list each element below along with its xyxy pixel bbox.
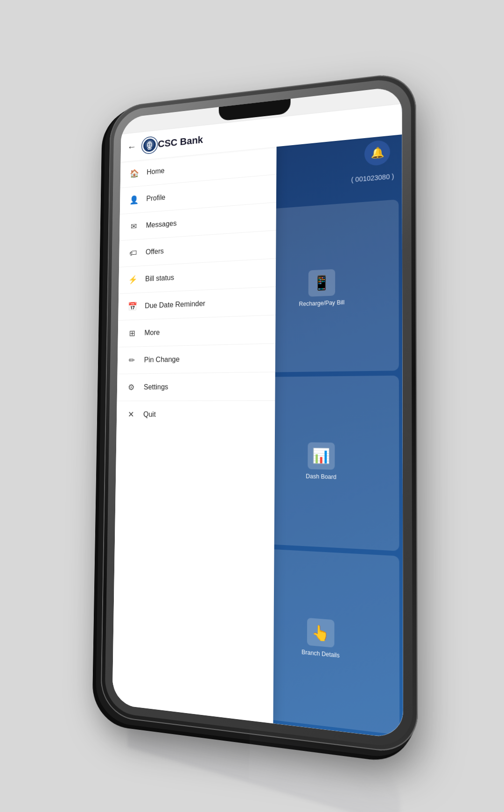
account-number: ( 001023080 ) <box>351 172 394 183</box>
dashboard-icon: 📊 <box>312 448 330 465</box>
drawer-messages-label: Messages <box>146 219 177 230</box>
phone-scene: ← <box>93 84 411 728</box>
more-icon: ⊞ <box>126 327 138 340</box>
card-recharge-label: Recharge/Pay Bill <box>299 299 345 307</box>
recharge-icon-area: 📱 <box>308 269 335 296</box>
phone-screen: ← <box>112 86 403 739</box>
messages-icon: ✉ <box>128 220 140 233</box>
notification-button[interactable]: 🔔 <box>364 140 390 167</box>
drawer-item-pin-change[interactable]: ✏ Pin Change <box>118 343 275 374</box>
brand-logo <box>141 136 158 155</box>
card-branch-label: Branch Details <box>301 649 340 659</box>
drawer-settings-label: Settings <box>144 383 168 392</box>
drawer-bill-status-label: Bill status <box>145 273 174 283</box>
due-date-icon: 📅 <box>126 300 138 313</box>
svg-line-6 <box>148 147 151 147</box>
branch-icon-area: 👆 <box>307 618 335 648</box>
drawer-more-label: More <box>144 329 160 337</box>
card-dashboard-label: Dash Board <box>306 473 336 480</box>
drawer-pin-change-label: Pin Change <box>144 356 180 364</box>
card-dash-board[interactable]: 📊 Dash Board <box>247 376 399 551</box>
settings-icon: ⚙ <box>126 381 137 394</box>
drawer-profile-label: Profile <box>146 193 165 203</box>
touch-icon: 👆 <box>312 623 330 642</box>
profile-icon: 👤 <box>128 193 140 206</box>
back-button[interactable]: ← <box>127 141 137 153</box>
app-title: CSC Bank <box>158 134 203 150</box>
pin-change-icon: ✏ <box>126 354 137 367</box>
bell-icon: 🔔 <box>371 146 384 160</box>
phone-frame: ← <box>105 77 413 749</box>
nav-drawer: 🏠 Home 👤 Profile ✉ Messages <box>112 147 277 723</box>
home-icon: 🏠 <box>128 167 140 180</box>
phone-wrapper: ← <box>100 71 418 755</box>
offers-icon: 🏷 <box>127 246 139 259</box>
drawer-item-settings[interactable]: ⚙ Settings <box>117 372 275 401</box>
bill-status-icon: ⚡ <box>127 273 139 287</box>
drawer-offers-label: Offers <box>146 247 164 256</box>
drawer-home-label: Home <box>147 167 164 176</box>
phone-icon: 📱 <box>313 274 330 291</box>
card-branch-details[interactable]: 👆 Branch Details <box>245 548 399 735</box>
dashboard-icon-area: 📊 <box>308 442 335 470</box>
screen-content: ← <box>112 86 403 739</box>
phone-outer: ← <box>100 71 418 755</box>
drawer-item-quit[interactable]: ✕ Quit <box>117 401 275 429</box>
drawer-due-date-label: Due Date Reminder <box>145 300 205 310</box>
drawer-quit-label: Quit <box>143 411 156 419</box>
svg-line-4 <box>148 143 151 144</box>
quit-icon: ✕ <box>125 408 137 421</box>
drawer-item-more[interactable]: ⊞ More <box>118 315 275 348</box>
